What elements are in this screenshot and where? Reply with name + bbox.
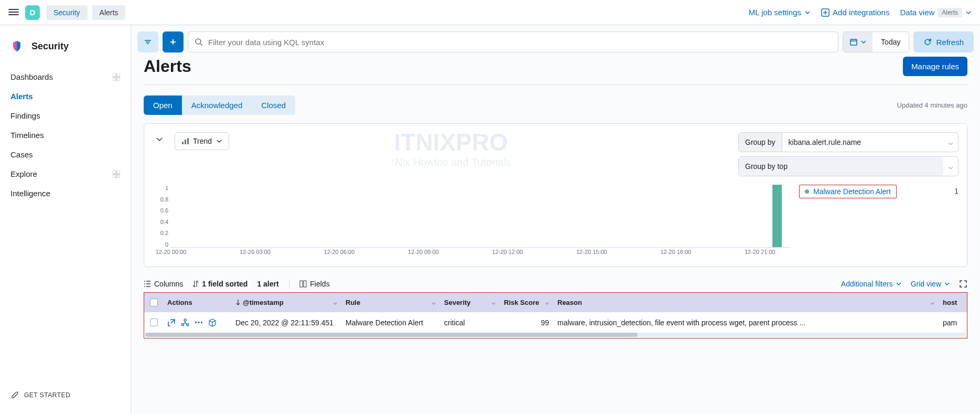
- chevron-down-icon: [944, 281, 950, 286]
- refresh-button[interactable]: Refresh: [913, 31, 974, 52]
- group-by-top-label: Group by top: [739, 157, 943, 176]
- column-reason[interactable]: Reason⌵: [553, 299, 939, 306]
- add-integrations[interactable]: Add integrations: [821, 8, 889, 17]
- group-by-select[interactable]: Group by kibana.alert.rule.name ⌵: [738, 132, 959, 152]
- column-timestamp[interactable]: @timestamp ⌵: [231, 299, 341, 306]
- svg-rect-3: [113, 78, 116, 81]
- app-title-text: Security: [31, 41, 69, 52]
- fullscreen-icon: [959, 280, 967, 288]
- sidebar-item-intelligence[interactable]: Intelligence: [0, 184, 131, 203]
- expand-icon[interactable]: [167, 319, 176, 327]
- grid-view-label: Grid view: [911, 280, 941, 288]
- cell-reason: malware, intrusion_detection, file event…: [553, 319, 939, 327]
- svg-rect-15: [304, 281, 306, 287]
- svg-rect-19: [195, 322, 197, 323]
- data-view-badge: Alerts: [938, 8, 962, 17]
- sidebar-item-label: Findings: [10, 111, 40, 120]
- page-title: Alerts: [144, 57, 191, 76]
- svg-rect-11: [182, 142, 184, 144]
- fullscreen-button[interactable]: [959, 280, 967, 288]
- tab-open[interactable]: Open: [144, 95, 182, 115]
- alert-count: 1 alert: [257, 280, 278, 288]
- svg-rect-7: [113, 175, 116, 178]
- manage-rules-button[interactable]: Manage rules: [903, 57, 967, 76]
- x-tick: 12-20 09:00: [408, 249, 439, 258]
- tab-acknowledged[interactable]: Acknowledged: [182, 95, 252, 115]
- chevron-down-icon: [896, 281, 901, 286]
- chart-type-select[interactable]: Trend: [175, 132, 229, 150]
- y-tick: 0.8: [160, 196, 168, 203]
- tab-closed[interactable]: Closed: [252, 95, 295, 115]
- sidebar-item-label: Timelines: [10, 131, 44, 140]
- kql-input[interactable]: [208, 38, 832, 47]
- column-actions: Actions: [163, 299, 231, 306]
- y-axis: 1 0.8 0.6 0.4 0.2 0: [153, 185, 168, 248]
- chevron-down-icon: ⌵: [943, 138, 958, 146]
- chevron-down-icon: ⌵: [333, 299, 337, 306]
- cube-icon[interactable]: [208, 319, 217, 327]
- more-icon[interactable]: [195, 319, 203, 327]
- sidebar-item-explore[interactable]: Explore: [0, 164, 131, 184]
- grid-view-button[interactable]: Grid view: [911, 280, 950, 288]
- fields-icon: [299, 280, 307, 288]
- table-row[interactable]: Dec 20, 2022 @ 22:11:59.451 Malware Dete…: [144, 312, 967, 333]
- svg-rect-4: [117, 78, 120, 81]
- scrollbar-thumb[interactable]: [145, 333, 638, 337]
- chart-collapse-toggle[interactable]: [153, 132, 166, 146]
- sidebar-item-cases[interactable]: Cases: [0, 145, 131, 164]
- kql-input-wrapper[interactable]: [188, 31, 838, 52]
- date-picker[interactable]: Today: [843, 31, 909, 52]
- row-actions: [163, 319, 231, 327]
- column-risk[interactable]: Risk Score⌵: [500, 299, 553, 306]
- analyze-icon[interactable]: [181, 319, 189, 327]
- ml-job-settings[interactable]: ML job settings: [749, 8, 811, 17]
- checkbox-icon: [150, 299, 158, 306]
- cell-rule: Malware Detection Alert: [341, 319, 440, 327]
- sidebar-item-findings[interactable]: Findings: [0, 106, 131, 125]
- column-label: Rule: [346, 299, 360, 306]
- row-select[interactable]: [144, 319, 163, 326]
- get-started-button[interactable]: GET STARTED: [0, 383, 131, 408]
- get-started-label: GET STARTED: [24, 391, 70, 399]
- sidebar-item-dashboards[interactable]: Dashboards: [0, 67, 131, 87]
- horizontal-scrollbar[interactable]: [145, 333, 966, 337]
- breadcrumb-security[interactable]: Security: [46, 5, 88, 20]
- status-tabs: Open Acknowledged Closed: [144, 95, 295, 115]
- breadcrumb: Security Alerts: [46, 5, 125, 20]
- legend-dot-icon: [805, 189, 809, 194]
- column-severity[interactable]: Severity⌵: [440, 299, 500, 306]
- sidebar-item-timelines[interactable]: Timelines: [0, 125, 131, 145]
- breadcrumb-separator: [87, 5, 92, 20]
- group-by-top-select[interactable]: Group by top ⌵: [738, 156, 959, 176]
- date-picker-label[interactable]: Today: [873, 32, 909, 52]
- chevron-down-icon: ⌵: [432, 299, 436, 306]
- chevron-down-icon: ⌵: [943, 162, 958, 171]
- chart-plot: [171, 185, 791, 248]
- additional-filters-button[interactable]: Additional filters: [841, 280, 901, 288]
- ml-job-label: ML job settings: [749, 8, 801, 17]
- sidebar-item-alerts[interactable]: Alerts: [0, 87, 131, 106]
- chevron-down-icon: [965, 9, 972, 16]
- x-tick: 12-20 06:00: [324, 249, 355, 258]
- columns-button[interactable]: Columns: [144, 280, 183, 288]
- svg-rect-14: [300, 281, 303, 287]
- nav-toggle[interactable]: [8, 7, 19, 18]
- legend-item[interactable]: Malware Detection Alert: [799, 185, 897, 198]
- cell-timestamp: Dec 20, 2022 @ 22:11:59.451: [231, 319, 341, 327]
- column-host[interactable]: host: [939, 299, 967, 306]
- column-rule[interactable]: Rule⌵: [341, 299, 440, 306]
- y-tick: 0.6: [160, 207, 168, 214]
- chevron-down-icon: [804, 9, 811, 16]
- refresh-label: Refresh: [936, 38, 964, 47]
- date-picker-calendar-button[interactable]: [843, 32, 873, 52]
- data-view[interactable]: Data view Alerts: [900, 8, 972, 17]
- filter-menu-button[interactable]: [137, 31, 158, 52]
- page-header: Alerts Manage rules: [131, 52, 980, 84]
- space-badge[interactable]: D: [25, 5, 40, 20]
- chart-panel: ITNIXPRO *Nix Howtos and Tutorials Trend…: [144, 123, 967, 267]
- add-filter-button[interactable]: [163, 31, 184, 52]
- topbar: D Security Alerts ML job settings Add in…: [0, 0, 980, 25]
- select-all[interactable]: [144, 299, 163, 306]
- fields-button[interactable]: Fields: [299, 280, 329, 288]
- sort-button[interactable]: 1 field sorted: [192, 280, 247, 288]
